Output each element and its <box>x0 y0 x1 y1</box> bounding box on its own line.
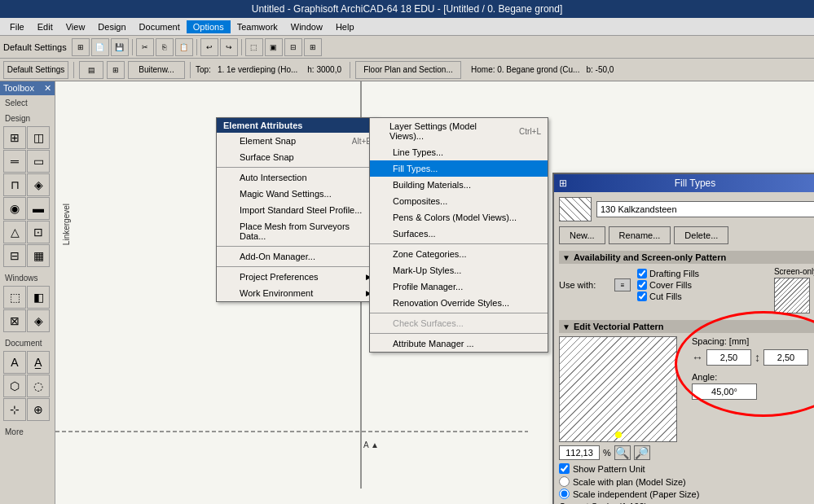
toolbox-design-label[interactable]: Design <box>2 112 53 125</box>
menu-document[interactable]: Document <box>133 20 187 33</box>
toolbar-btn-8[interactable]: ⊞ <box>304 38 322 56</box>
check-cut-label[interactable]: Cut Fills <box>637 291 699 301</box>
tool-doc6[interactable]: ⊕ <box>27 398 50 421</box>
availability-toggle[interactable]: ▼ <box>562 253 570 262</box>
menu-help[interactable]: Help <box>329 20 361 33</box>
show-pattern-label[interactable]: Show Pattern Unit <box>559 463 814 474</box>
fill-name-input[interactable] <box>596 201 814 217</box>
radio-scale-paper-label[interactable]: Scale independent (Paper Size) <box>559 489 814 499</box>
menu-project-prefs[interactable]: Project Preferences ▶ <box>217 269 378 285</box>
toolbar-btn-undo[interactable]: ↩ <box>200 38 218 56</box>
menu-edit[interactable]: Edit <box>31 20 59 33</box>
tool-doc1[interactable]: A <box>3 351 26 374</box>
toolbox-windows-label[interactable]: Windows <box>2 272 53 284</box>
menu-surface-snap[interactable]: Surface Snap <box>217 149 378 165</box>
menu-renovation-override[interactable]: Renovation Override Styles... <box>370 295 548 311</box>
tool-win4[interactable]: ◈ <box>27 309 50 332</box>
tool-mesh[interactable]: ⊡ <box>27 221 50 243</box>
menu-zone-categories[interactable]: Zone Categories... <box>370 246 548 262</box>
radio-scale-plan-label[interactable]: Scale with plan (Model Size) <box>559 476 814 487</box>
toolbar-btn-5[interactable]: ⬚ <box>245 38 263 56</box>
menu-layer-settings[interactable]: Layer Settings (Model Views)... Ctrl+L <box>370 118 548 144</box>
menu-markup-styles[interactable]: Mark-Up Styles... <box>370 262 548 278</box>
tool-window[interactable]: ▭ <box>27 150 50 173</box>
btn-delete[interactable]: Delete... <box>674 226 728 244</box>
menu-place-mesh[interactable]: Place Mesh from Surveyors Data... <box>217 218 378 244</box>
spacing-v-input[interactable] <box>763 349 808 366</box>
menu-attribute-manager[interactable]: Attribute Manager ... <box>370 335 548 352</box>
toolbar2-btn-3[interactable]: ⊞ <box>107 61 125 79</box>
toolbar-btn-1[interactable]: ⊞ <box>72 38 90 56</box>
toolbar2-btn-2[interactable]: ▤ <box>79 61 103 79</box>
toolbar-btn-3[interactable]: 💾 <box>111 38 129 56</box>
menu-surfaces[interactable]: Surfaces... <box>370 226 548 242</box>
tool-beam[interactable]: ═ <box>3 150 26 173</box>
btn-new[interactable]: New... <box>559 226 605 244</box>
toolbar-btn-paste[interactable]: 📋 <box>175 38 193 56</box>
menu-teamwork[interactable]: Teamwork <box>231 20 284 33</box>
toolbar-btn-cut[interactable]: ✂ <box>136 38 154 56</box>
menu-fill-types[interactable]: Fill Types... <box>370 160 548 177</box>
vectorial-toggle[interactable]: ▼ <box>562 322 570 331</box>
menu-pens-colors[interactable]: Pens & Colors (Model Views)... <box>370 209 548 226</box>
zoom-in-btn[interactable]: 🔎 <box>634 445 650 460</box>
menu-window[interactable]: Window <box>284 20 329 33</box>
toolbar-btn-2[interactable]: 📄 <box>91 38 109 56</box>
zoom-out-btn[interactable]: 🔍 <box>614 445 631 460</box>
menu-work-environment[interactable]: Work Environment ▶ <box>217 285 378 301</box>
tool-curtain[interactable]: ▦ <box>27 244 50 267</box>
toolbox-document-label[interactable]: Document <box>2 337 53 349</box>
toolbar-btn-6[interactable]: ▣ <box>265 38 283 56</box>
menu-view[interactable]: View <box>59 20 92 33</box>
tool-door[interactable]: ⊓ <box>3 173 26 196</box>
menu-profile-manager[interactable]: Profile Manager... <box>370 278 548 295</box>
tool-win1[interactable]: ⬚ <box>3 286 26 309</box>
toolbar-btn-copy[interactable]: ⎘ <box>156 38 174 56</box>
toolbar-btn-7[interactable]: ⊟ <box>284 38 302 56</box>
menu-line-types[interactable]: Line Types... <box>370 144 548 160</box>
tool-wall[interactable]: ⊞ <box>3 126 26 149</box>
tool-win2[interactable]: ◧ <box>27 286 50 309</box>
menu-options[interactable]: Options <box>187 20 231 33</box>
floor-plan-btn[interactable]: Floor Plan and Section... <box>355 61 461 79</box>
radio-scale-plan[interactable] <box>559 476 570 487</box>
toolbar2-buitenw[interactable]: Buitenw... <box>128 61 185 79</box>
menu-auto-intersection[interactable]: Auto Intersection <box>217 169 378 186</box>
tool-column[interactable]: ◫ <box>27 126 50 149</box>
toolbox-more-label[interactable]: More <box>2 426 53 438</box>
toolbar-btn-redo[interactable]: ↪ <box>220 38 238 56</box>
tool-doc5[interactable]: ⊹ <box>3 398 26 421</box>
check-cover-label[interactable]: Cover Fills <box>637 280 699 290</box>
btn-rename[interactable]: Rename... <box>609 226 671 244</box>
radio-scale-paper[interactable] <box>559 489 570 499</box>
menu-magic-wand[interactable]: Magic Wand Settings... <box>217 186 378 202</box>
check-cover[interactable] <box>637 280 647 290</box>
check-cut[interactable] <box>637 291 647 301</box>
tool-object[interactable]: ◈ <box>27 173 50 196</box>
home-label: Home: 0. Begane grond (Cu... <box>471 65 579 74</box>
menu-design[interactable]: Design <box>91 20 132 33</box>
tool-stair[interactable]: ⊟ <box>3 244 26 267</box>
tool-slab[interactable]: ▬ <box>27 197 50 220</box>
check-drafting-label[interactable]: Drafting Fills <box>637 269 699 278</box>
check-drafting[interactable] <box>637 269 647 278</box>
toolbox-select-label[interactable]: Select <box>2 97 53 109</box>
menu-file[interactable]: File <box>3 20 31 33</box>
tool-doc3[interactable]: ⬡ <box>3 375 26 397</box>
toolbar2-btn-1[interactable]: Default Settings <box>3 61 68 79</box>
menu-composites[interactable]: Composites... <box>370 193 548 209</box>
show-pattern-check[interactable] <box>559 463 570 474</box>
tool-lamp[interactable]: ◉ <box>3 197 26 220</box>
tool-win3[interactable]: ⊠ <box>3 309 26 332</box>
spacing-h-input[interactable] <box>706 349 751 366</box>
angle-input[interactable] <box>692 383 757 400</box>
toolbox-close-icon[interactable]: ✕ <box>44 83 51 94</box>
tool-doc2[interactable]: A̲ <box>27 351 50 374</box>
tool-doc4[interactable]: ◌ <box>27 375 50 397</box>
zoom-input[interactable] <box>559 445 600 460</box>
menu-building-materials[interactable]: Building Materials... <box>370 177 548 193</box>
menu-addon-manager[interactable]: Add-On Manager... <box>217 248 378 265</box>
menu-import-steel[interactable]: Import Standard Steel Profile... <box>217 202 378 218</box>
tool-roof[interactable]: △ <box>3 221 26 243</box>
menu-element-snap[interactable]: Element Snap Alt+E <box>217 133 378 149</box>
